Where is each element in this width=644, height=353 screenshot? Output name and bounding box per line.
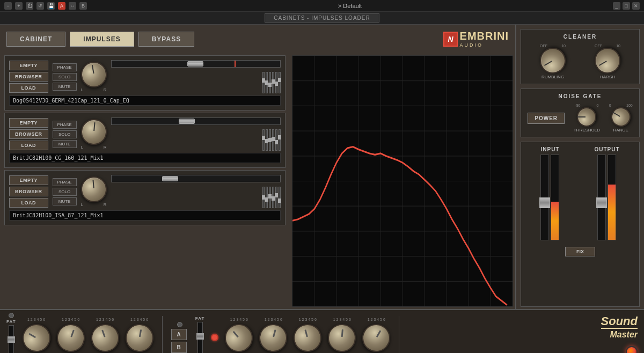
logo-audio: AUDIO: [460, 42, 509, 48]
gain-knob[interactable]: [219, 318, 259, 353]
revert-icon[interactable]: ↺: [36, 2, 44, 10]
minimize-icon[interactable]: _: [613, 2, 620, 10]
slot3-phase-btn[interactable]: PHASE: [53, 178, 77, 186]
input-meter-fill: [551, 202, 559, 240]
bass2-knob-group: 1 2 3 4 5 6 BASS: [294, 324, 321, 353]
soundmaster-logo: Sound Master: [601, 315, 638, 353]
noise-gate-power-btn[interactable]: POWER: [528, 113, 565, 124]
a-icon[interactable]: A: [58, 2, 65, 10]
output-fader-track[interactable]: [597, 155, 606, 240]
output-meter-fill: [608, 185, 616, 240]
logo-n: N: [443, 32, 457, 47]
fix-btn[interactable]: FIX: [565, 247, 595, 256]
soundmaster-line2: Master: [601, 328, 638, 340]
brand-logo: N EMBRINI AUDIO: [443, 30, 509, 48]
record-btn[interactable]: [211, 334, 218, 341]
slot2-phase-btn[interactable]: PHASE: [53, 121, 77, 129]
mid2-scale: 1 2 3 4 5 6: [328, 318, 356, 321]
slot3-browser-btn[interactable]: BROWSER: [9, 187, 48, 196]
slot3-filename: BritJC82H100_ISA_87_121_Mix1: [9, 210, 281, 220]
slot2-psm: PHASE SOLO MUTE: [53, 121, 77, 148]
slot3-buttons: EMPTY BROWSER LOAD: [9, 175, 48, 208]
slot2-load-btn[interactable]: LOAD: [9, 141, 48, 150]
volume-knob[interactable]: [17, 319, 55, 353]
slot2-browser-btn[interactable]: BROWSER: [9, 129, 48, 139]
a-btn[interactable]: A: [171, 329, 187, 340]
slot1-empty-btn[interactable]: EMPTY: [9, 61, 48, 70]
slot2-controls: PHASE SOLO MUTE LR: [53, 117, 281, 151]
input-fader-track[interactable]: [540, 155, 549, 240]
arrow-icon[interactable]: ↔: [69, 2, 76, 10]
slot3-pan-knob[interactable]: [80, 175, 108, 203]
power-led[interactable]: [626, 346, 638, 353]
tab-bypass[interactable]: BYPASS: [138, 32, 194, 47]
slot2-volume-slider[interactable]: [111, 117, 281, 125]
harsh-knob[interactable]: [590, 43, 625, 78]
close-icon[interactable]: ✕: [632, 2, 640, 10]
output-fader-thumb[interactable]: [596, 197, 607, 208]
threshold-knob[interactable]: [577, 107, 596, 127]
treble2-knob-group: 1 2 3 4 5 6 TREBLE: [259, 324, 287, 353]
divider-1: [162, 316, 163, 353]
io-section: INPUT OUTPUT: [521, 142, 640, 307]
ab-buttons: A B: [171, 329, 187, 353]
treble2-knob[interactable]: [256, 321, 290, 353]
fat-fader-thumb[interactable]: [8, 336, 15, 343]
fat2-fader-thumb[interactable]: [196, 333, 204, 340]
bass2-knob[interactable]: [290, 321, 325, 353]
range-knob[interactable]: [608, 104, 634, 130]
slot1-phase-btn[interactable]: PHASE: [53, 63, 77, 71]
slot1-browser-btn[interactable]: BROWSER: [9, 72, 48, 82]
cabinet-slots-area: EMPTY BROWSER LOAD PHASE SOLO MUTE: [0, 53, 515, 309]
rumbling-knob[interactable]: [535, 43, 570, 78]
tab-cabinet[interactable]: CABINET: [6, 32, 65, 47]
mid2-knob[interactable]: [327, 323, 357, 353]
slot1-pan-knob-container: LR: [81, 62, 107, 92]
treble-scale: 1 2 3 4 5 6: [57, 318, 85, 321]
slot3-mute-btn[interactable]: MUTE: [53, 197, 77, 205]
input-column: INPUT: [540, 146, 559, 240]
slot1-pan-knob[interactable]: [79, 60, 109, 90]
slot1-mute-btn[interactable]: MUTE: [53, 83, 77, 91]
volume-scale: 1 2 3 4 5 6: [23, 318, 50, 321]
window-controls: _ □ ✕: [613, 2, 640, 10]
volume2-knob[interactable]: [357, 319, 396, 353]
slot2-filename: BritJC82H100_CG_160_121_Mix1: [9, 153, 281, 163]
cleaner-section: CLEANER OFF10 RUMBLING OFF10 HARSH: [521, 29, 640, 84]
slot3-volume-slider[interactable]: [111, 175, 281, 182]
slot2-empty-btn[interactable]: EMPTY: [9, 118, 48, 128]
noise-gate-controls: POWER -900 THRESHOLD 0100 RANGE: [525, 104, 635, 133]
fat2-fader[interactable]: [197, 322, 203, 354]
bass2-scale: 1 2 3 4 5 6: [294, 318, 321, 321]
input-meter-bar: [551, 155, 559, 240]
ab-section: A B: [171, 322, 189, 353]
input-meters: [540, 155, 559, 240]
slot1-volume-slider[interactable]: [111, 60, 281, 68]
slot2-mute-btn[interactable]: MUTE: [53, 140, 77, 148]
slot3-empty-btn[interactable]: EMPTY: [9, 175, 48, 185]
slot3-load-btn[interactable]: LOAD: [9, 198, 48, 208]
tab-impulses[interactable]: IMPULSES: [70, 32, 134, 47]
b-btn[interactable]: B: [171, 342, 187, 353]
treble-knob[interactable]: [53, 320, 89, 353]
output-column: OUTPUT: [594, 146, 619, 240]
slot2-mini-sliders: [111, 129, 281, 151]
slot1-solo-btn[interactable]: SOLO: [53, 73, 77, 81]
slot3-solo-btn[interactable]: SOLO: [53, 188, 77, 196]
slot2-pan-knob[interactable]: [80, 117, 108, 145]
input-fader-thumb[interactable]: [539, 197, 550, 208]
slot3-sliders: [111, 175, 281, 208]
power-icon[interactable]: ⏻: [26, 2, 33, 10]
slot3-mini-sliders: [111, 187, 281, 208]
save-icon[interactable]: 💾: [47, 2, 55, 10]
slot2-solo-btn[interactable]: SOLO: [53, 130, 77, 138]
bass-knob[interactable]: [87, 320, 123, 353]
b-icon[interactable]: B: [79, 2, 87, 10]
minus-icon[interactable]: −: [4, 2, 12, 10]
fat-fader[interactable]: [9, 325, 14, 354]
slot1-load-btn[interactable]: LOAD: [9, 83, 48, 93]
plus-icon[interactable]: +: [15, 2, 23, 10]
main-content: CABINET IMPULSES BYPASS N EMBRINI AUDIO: [0, 25, 644, 309]
mid-knob[interactable]: [123, 322, 155, 353]
maximize-icon[interactable]: □: [623, 2, 630, 10]
